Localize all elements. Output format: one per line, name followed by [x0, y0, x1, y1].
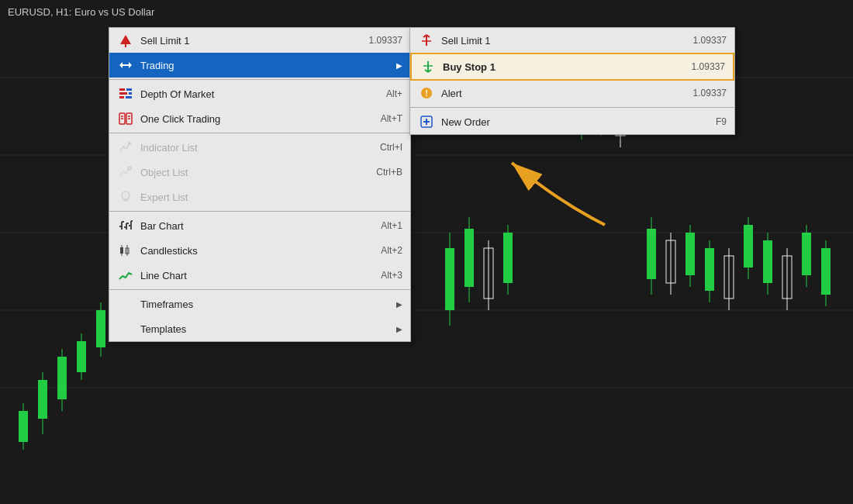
submenu-sell-limit-label: Sell Limit 1	[441, 35, 491, 47]
indicator-icon	[117, 139, 134, 156]
submenu-buy-stop-shortcut: 1.09337	[692, 61, 725, 72]
menu-object-shortcut: Ctrl+B	[376, 167, 402, 178]
expert-icon	[117, 188, 134, 205]
chart-title: EURUSD, H1: Euro vs US Dollar	[8, 6, 154, 18]
object-icon	[117, 164, 134, 181]
separator-3	[109, 211, 410, 212]
menu-item-line-chart[interactable]: Line Chart Alt+3	[109, 263, 410, 288]
svg-rect-6	[19, 411, 28, 442]
submenu-item-alert[interactable]: ! Alert 1.09337	[410, 81, 734, 105]
timeframes-icon	[117, 295, 134, 312]
submenu-separator	[410, 107, 734, 108]
svg-rect-32	[503, 233, 513, 283]
menu-item-timeframes[interactable]: Timeframes ▶	[109, 292, 410, 316]
buy-stop-icon	[420, 58, 437, 75]
trading-arrow-icon: ▶	[396, 61, 402, 70]
svg-point-71	[128, 167, 131, 170]
alert-icon: !	[418, 85, 435, 102]
menu-candlesticks-shortcut: Alt+2	[381, 245, 402, 256]
menu-templates-label: Templates	[140, 323, 186, 335]
menu-oct-label: One Click Trading	[140, 113, 220, 125]
menu-item-trading[interactable]: Trading ▶	[109, 53, 410, 78]
sell-limit-icon	[117, 32, 134, 49]
svg-rect-40	[705, 248, 714, 291]
trading-submenu: Sell Limit 1 1.09337 Buy Stop 1 1.09337 …	[409, 27, 735, 135]
svg-rect-34	[647, 229, 656, 279]
menu-line-chart-shortcut: Alt+3	[381, 270, 402, 281]
submenu-alert-shortcut: 1.09337	[693, 88, 727, 98]
sell-limit-sub-icon	[418, 32, 435, 49]
svg-rect-60	[119, 96, 124, 98]
new-order-icon	[418, 113, 435, 130]
menu-item-templates[interactable]: Templates ▶	[109, 316, 410, 341]
svg-rect-26	[445, 248, 454, 310]
svg-rect-63	[126, 96, 132, 98]
menu-oct-shortcut: Alt+T	[381, 113, 402, 124]
svg-rect-58	[119, 88, 125, 91]
svg-text:!: !	[425, 88, 428, 98]
menu-dom-label: Depth Of Market	[140, 88, 214, 100]
menu-timeframes-label: Timeframes	[140, 299, 193, 310]
menu-item-indicator-list[interactable]: Indicator List Ctrl+I	[109, 135, 410, 160]
svg-rect-62	[129, 92, 132, 95]
svg-marker-57	[119, 62, 123, 68]
menu-sell-limit-label: Sell Limit 1	[140, 35, 190, 47]
bar-chart-icon	[117, 217, 134, 234]
menu-indicator-label: Indicator List	[140, 142, 198, 154]
svg-rect-50	[802, 233, 811, 275]
templates-arrow-icon: ▶	[396, 325, 402, 333]
svg-marker-53	[120, 35, 131, 44]
svg-rect-46	[763, 240, 772, 283]
menu-trading-label: Trading	[140, 60, 174, 71]
submenu-new-order-shortcut: F9	[716, 116, 727, 127]
svg-marker-56	[129, 62, 132, 68]
svg-point-72	[122, 192, 130, 199]
svg-rect-61	[126, 88, 132, 91]
submenu-item-sell-limit[interactable]: Sell Limit 1 1.09337	[410, 28, 734, 53]
menu-bar-chart-label: Bar Chart	[140, 220, 184, 232]
menu-expert-label: Expert List	[140, 192, 188, 203]
menu-item-bar-chart[interactable]: Bar Chart Alt+1	[109, 213, 410, 238]
menu-line-chart-label: Line Chart	[140, 270, 187, 281]
menu-object-label: Object List	[140, 167, 188, 178]
oct-icon	[117, 110, 134, 127]
submenu-alert-label: Alert	[441, 88, 462, 99]
menu-candlesticks-label: Candlesticks	[140, 245, 198, 257]
svg-rect-44	[744, 225, 753, 268]
context-menu: Sell Limit 1 1.09337 Trading ▶	[109, 27, 411, 342]
separator-1	[109, 79, 410, 80]
svg-rect-28	[464, 229, 474, 287]
line-chart-icon	[117, 267, 134, 284]
separator-4	[109, 289, 410, 290]
svg-rect-52	[821, 248, 831, 295]
svg-rect-14	[96, 310, 105, 347]
svg-rect-10	[57, 357, 67, 399]
menu-item-oct[interactable]: One Click Trading Alt+T	[109, 106, 410, 131]
dom-icon	[117, 85, 134, 102]
menu-item-dom[interactable]: Depth Of Market Alt+	[109, 81, 410, 106]
svg-rect-83	[120, 247, 123, 254]
menu-dom-shortcut: Alt+	[386, 88, 402, 99]
svg-rect-38	[686, 233, 695, 275]
submenu-sell-limit-shortcut: 1.09337	[693, 35, 727, 46]
menu-sell-limit-shortcut: 1.09337	[369, 35, 402, 46]
svg-rect-8	[38, 380, 47, 419]
candlesticks-icon	[117, 242, 134, 259]
submenu-item-buy-stop[interactable]: Buy Stop 1 1.09337	[410, 53, 734, 81]
svg-rect-59	[119, 92, 127, 95]
menu-item-sell-limit[interactable]: Sell Limit 1 1.09337	[109, 28, 410, 53]
menu-item-expert-list[interactable]: Expert List	[109, 185, 410, 209]
timeframes-arrow-icon: ▶	[396, 300, 402, 309]
menu-item-object-list[interactable]: Object List Ctrl+B	[109, 160, 410, 185]
submenu-buy-stop-label: Buy Stop 1	[443, 61, 496, 73]
separator-2	[109, 133, 410, 133]
svg-point-70	[128, 142, 131, 145]
templates-icon	[117, 320, 134, 337]
menu-indicator-shortcut: Ctrl+I	[380, 142, 402, 153]
orange-arrow-annotation	[481, 124, 636, 233]
menu-item-candlesticks[interactable]: Candlesticks Alt+2	[109, 238, 410, 263]
trading-icon	[117, 57, 134, 74]
svg-rect-12	[77, 341, 86, 372]
menu-bar-chart-shortcut: Alt+1	[381, 220, 402, 231]
